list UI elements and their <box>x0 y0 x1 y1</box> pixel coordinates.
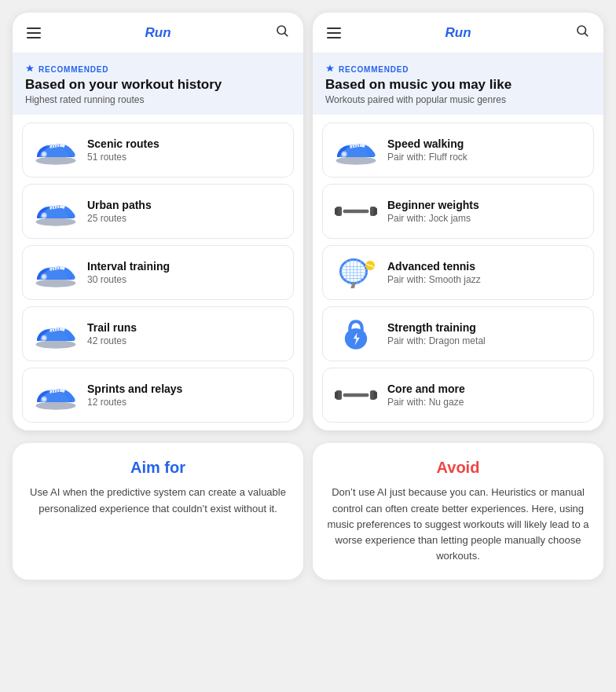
item-icon <box>332 192 380 230</box>
item-sub: 25 routes <box>87 213 284 224</box>
item-name: Trail runs <box>87 321 284 334</box>
aim-title: Aim for <box>25 459 291 477</box>
item-sub: 30 routes <box>87 274 284 285</box>
svg-point-16 <box>36 280 76 288</box>
svg-point-39 <box>336 157 376 166</box>
svg-rect-67 <box>343 394 369 397</box>
bottom-row: Aim for Use AI when the predictive syste… <box>13 443 603 580</box>
left-rec-title: Based on your workout history <box>25 77 291 93</box>
list-item[interactable]: Strength training Pair with: Dragon meta… <box>322 306 594 361</box>
svg-point-8 <box>42 152 46 156</box>
svg-point-22 <box>42 275 46 279</box>
item-icon <box>332 254 380 291</box>
avoid-card: Avoid Don’t use AI just because you can.… <box>313 443 603 580</box>
right-header: Run <box>313 13 603 53</box>
svg-rect-69 <box>374 392 378 399</box>
svg-point-45 <box>343 152 346 156</box>
hamburger-icon-right[interactable] <box>327 27 341 38</box>
list-item[interactable]: Trail runs 42 routes <box>22 306 294 361</box>
left-rec-subtitle: Highest rated running routes <box>25 94 291 115</box>
avoid-text: Don’t use AI just because you can. Heuri… <box>325 485 591 564</box>
aim-card: Aim for Use AI when the predictive syste… <box>13 443 303 580</box>
left-app-title: Run <box>145 25 170 41</box>
item-name: Urban paths <box>87 199 284 211</box>
avoid-title: Avoid <box>325 459 591 477</box>
item-name: Beginner weights <box>387 199 584 211</box>
left-recommended-badge: RECOMMENDED <box>25 64 291 74</box>
left-items-list: Scenic routes 51 routes Urban paths 25 r… <box>13 115 303 430</box>
item-name: Speed walking <box>387 137 584 150</box>
item-name: Core and more <box>387 383 584 395</box>
svg-rect-66 <box>335 392 339 399</box>
svg-rect-47 <box>335 208 339 215</box>
item-sub: Pair with: Dragon metal <box>387 335 584 346</box>
list-item[interactable]: Speed walking Pair with: Fluff rock <box>322 123 594 178</box>
svg-point-36 <box>42 397 46 401</box>
svg-line-1 <box>284 33 287 35</box>
item-icon <box>332 376 380 414</box>
item-icon <box>32 192 79 230</box>
right-recommended-badge: RECOMMENDED <box>325 64 591 74</box>
item-sub: 51 routes <box>87 152 284 163</box>
list-item[interactable]: Scenic routes 51 routes <box>22 123 294 178</box>
item-sub: 12 routes <box>87 397 284 408</box>
list-item[interactable]: Core and more Pair with: Nu gaze <box>322 368 594 423</box>
item-name: Strength training <box>387 321 584 334</box>
list-item[interactable]: Advanced tennis Pair with: Smooth jazz <box>322 245 594 300</box>
item-sub: Pair with: Fluff rock <box>387 152 584 163</box>
item-name: Advanced tennis <box>387 260 584 273</box>
item-icon <box>32 376 79 414</box>
svg-point-23 <box>36 341 76 350</box>
right-rec-title: Based on music you may like <box>325 77 591 93</box>
search-button-left[interactable] <box>275 24 289 42</box>
item-icon <box>32 315 79 353</box>
item-icon <box>32 131 79 169</box>
hamburger-icon-left[interactable] <box>27 27 41 38</box>
left-header: Run <box>13 13 303 53</box>
right-phone-card: Run RECOMMENDED Based on music you may l… <box>313 13 603 430</box>
svg-point-30 <box>36 402 76 411</box>
item-icon <box>32 254 79 291</box>
item-name: Sprints and relays <box>87 383 284 395</box>
item-icon <box>332 315 380 353</box>
item-sub: Pair with: Jock jams <box>387 213 584 224</box>
svg-rect-50 <box>374 208 378 215</box>
list-item[interactable]: Sprints and relays 12 routes <box>22 368 294 423</box>
left-recommended-section: RECOMMENDED Based on your workout histor… <box>13 53 303 115</box>
item-sub: 42 routes <box>87 335 284 346</box>
item-name: Interval training <box>87 260 284 273</box>
list-item[interactable]: Interval training 30 routes <box>22 245 294 300</box>
svg-rect-48 <box>343 210 369 214</box>
aim-text: Use AI when the predictive system can cr… <box>25 485 291 516</box>
item-name: Scenic routes <box>87 137 284 150</box>
svg-point-2 <box>36 157 76 166</box>
left-phone-card: Run RECOMMENDED Based on your workout hi… <box>13 13 303 430</box>
item-sub: Pair with: Smooth jazz <box>387 274 584 285</box>
right-recommended-section: RECOMMENDED Based on music you may like … <box>313 53 603 115</box>
right-items-list: Speed walking Pair with: Fluff rock Begi… <box>313 115 603 430</box>
list-item[interactable]: Beginner weights Pair with: Jock jams <box>322 184 594 239</box>
svg-point-15 <box>42 214 46 218</box>
svg-point-29 <box>42 336 46 340</box>
svg-line-38 <box>585 33 587 35</box>
right-app-title: Run <box>445 25 471 41</box>
item-icon <box>332 131 380 169</box>
list-item[interactable]: Urban paths 25 routes <box>22 184 294 239</box>
right-rec-subtitle: Workouts paired with popular music genre… <box>325 94 591 115</box>
item-sub: Pair with: Nu gaze <box>387 397 584 408</box>
svg-point-9 <box>36 218 76 227</box>
search-button-right[interactable] <box>575 24 589 42</box>
